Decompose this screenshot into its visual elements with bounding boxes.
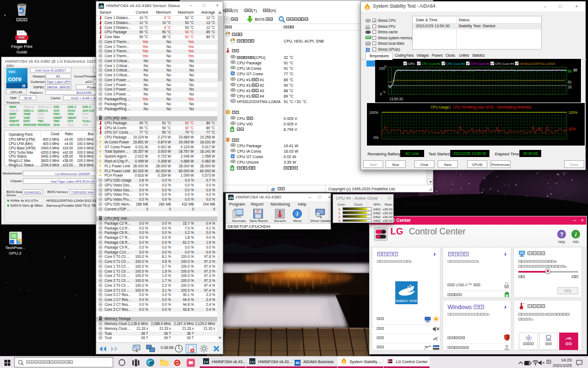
- svg-text:ENERGY STAR: ENERGY STAR: [396, 299, 417, 303]
- svg-text:°C: °C: [384, 65, 387, 68]
- svg-text:HFS512GD9TNG-L2A0A: HFS512GD9TNG-L2A0A: [520, 62, 555, 65]
- svg-text:0%: 0%: [373, 136, 379, 140]
- svg-text:CPU Throttling (max 52%) - Ove: CPU Throttling (max 52%) - Overheating D…: [453, 105, 531, 110]
- svg-text:32: 32: [568, 85, 572, 89]
- svg-text:|: |: [450, 105, 451, 110]
- svg-text:PDF: PDF: [19, 36, 25, 39]
- svg-text:51: 51: [568, 80, 572, 84]
- svg-text:CPU Core #4: CPU Core #4: [495, 62, 514, 65]
- svg-text:?: ?: [560, 231, 564, 238]
- svg-text:CPU: CPU: [408, 62, 415, 65]
- svg-text:86: 86: [568, 69, 572, 73]
- svg-text:CPU Core #2: CPU Core #2: [446, 62, 465, 65]
- svg-text:88: 88: [573, 68, 578, 72]
- svg-text:123: 123: [365, 25, 370, 27]
- svg-text:0: 0: [380, 92, 382, 96]
- svg-text:13:50:30: 13:50:30: [389, 97, 403, 101]
- svg-text:°C: °C: [383, 91, 386, 94]
- svg-text:CPU Usage: CPU Usage: [431, 105, 449, 110]
- svg-text:i: i: [297, 211, 298, 217]
- svg-text:CPU Core #1: CPU Core #1: [422, 62, 440, 65]
- svg-text:CPU Core #3: CPU Core #3: [471, 62, 489, 65]
- svg-text:intel.: intel.: [8, 70, 16, 74]
- svg-text:i5: i5: [22, 84, 26, 88]
- svg-text:32%: 32%: [568, 127, 575, 131]
- svg-text:100%: 100%: [568, 111, 578, 114]
- svg-text:core: core: [8, 75, 21, 83]
- svg-text:100%: 100%: [369, 111, 378, 114]
